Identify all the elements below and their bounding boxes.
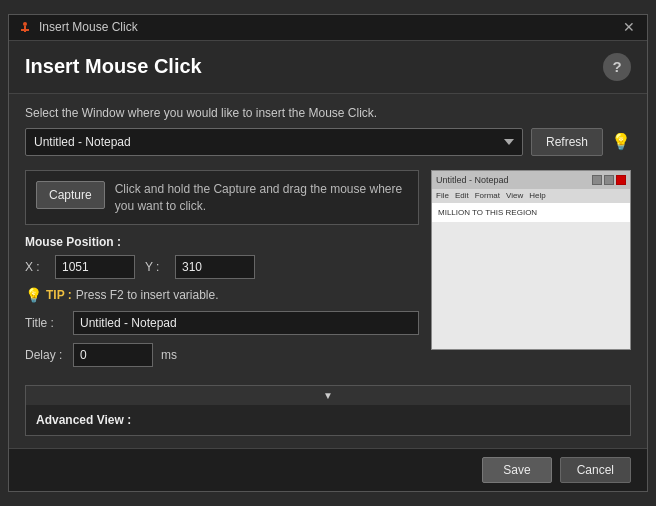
preview-menubar: File Edit Format View Help (432, 189, 630, 203)
preview-line-1: MILLION TO THIS REGION (438, 207, 624, 218)
title-field-row: Title : (25, 311, 419, 335)
select-instruction: Select the Window where you would like t… (25, 106, 631, 120)
left-panel: Capture Click and hold the Capture and d… (25, 170, 419, 376)
title-bar-text: Insert Mouse Click (39, 20, 619, 34)
advanced-toggle-button[interactable]: ▼ (26, 386, 630, 405)
preview-titlebar: Untitled - Notepad (432, 171, 630, 189)
title-bar-icon (17, 19, 33, 35)
preview-menu-help: Help (529, 191, 545, 201)
svg-point-0 (23, 22, 27, 26)
mouse-position-label: Mouse Position : (25, 235, 419, 249)
x-label: X : (25, 260, 45, 274)
preview-menu-edit: Edit (455, 191, 469, 201)
xy-row: X : Y : (25, 255, 419, 279)
svg-rect-2 (21, 29, 29, 31)
close-button[interactable]: ✕ (619, 20, 639, 34)
tip-bulb-icon: 💡 (25, 287, 42, 303)
title-bar: Insert Mouse Click ✕ (9, 15, 647, 41)
advanced-section: ▼ Advanced View : (25, 385, 631, 436)
preview-controls (592, 175, 626, 185)
y-input[interactable] (175, 255, 255, 279)
delay-row: Delay : ms (25, 343, 419, 367)
refresh-button[interactable]: Refresh (531, 128, 603, 156)
x-input[interactable] (55, 255, 135, 279)
capture-button[interactable]: Capture (36, 181, 105, 209)
capture-instruction: Click and hold the Capture and drag the … (115, 181, 408, 215)
preview-maximize (604, 175, 614, 185)
preview-menu-file: File (436, 191, 449, 201)
advanced-arrow-icon: ▼ (323, 390, 333, 401)
tip-row: 💡 TIP : Press F2 to insert variable. (25, 287, 419, 303)
window-select-row: Untitled - Notepad Refresh 💡 (25, 128, 631, 156)
advanced-label: Advanced View : (36, 413, 131, 427)
preview-window: Untitled - Notepad File Edit Format View… (431, 170, 631, 350)
help-button[interactable]: ? (603, 53, 631, 81)
tip-label: TIP : (46, 288, 72, 302)
preview-content: MILLION TO THIS REGION (432, 203, 630, 222)
dialog-title: Insert Mouse Click (25, 55, 202, 78)
preview-title: Untitled - Notepad (436, 175, 509, 185)
delay-label: Delay : (25, 348, 65, 362)
window-select[interactable]: Untitled - Notepad (25, 128, 523, 156)
cancel-button[interactable]: Cancel (560, 457, 631, 483)
y-label: Y : (145, 260, 165, 274)
preview-menu-view: View (506, 191, 523, 201)
save-button[interactable]: Save (482, 457, 551, 483)
dialog-footer: Save Cancel (9, 448, 647, 491)
ms-label: ms (161, 348, 177, 362)
preview-menu-format: Format (475, 191, 500, 201)
bulb-icon: 💡 (611, 132, 631, 151)
main-content: Capture Click and hold the Capture and d… (25, 170, 631, 376)
tip-text: Press F2 to insert variable. (76, 288, 219, 302)
advanced-header: Advanced View : (26, 405, 630, 435)
delay-input[interactable] (73, 343, 153, 367)
capture-section: Capture Click and hold the Capture and d… (25, 170, 419, 226)
title-input[interactable] (73, 311, 419, 335)
dialog-header: Insert Mouse Click ? (9, 41, 647, 94)
dialog-window: Insert Mouse Click ✕ Insert Mouse Click … (8, 14, 648, 493)
preview-close (616, 175, 626, 185)
dialog-body: Select the Window where you would like t… (9, 94, 647, 449)
title-label: Title : (25, 316, 65, 330)
right-panel: Untitled - Notepad File Edit Format View… (431, 170, 631, 376)
preview-minimize (592, 175, 602, 185)
